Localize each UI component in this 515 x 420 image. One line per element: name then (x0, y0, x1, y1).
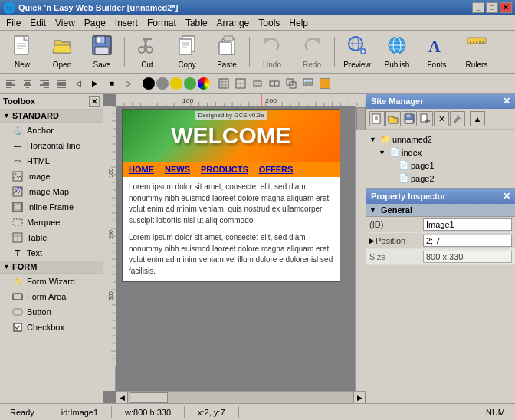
undo-button[interactable]: Undo (253, 33, 291, 71)
sm-delete-button[interactable]: ✕ (434, 111, 449, 126)
prop-position-value[interactable]: 2; 7 (423, 235, 512, 247)
menu-insert[interactable]: Insert (110, 16, 143, 30)
scroll-thumb-v[interactable] (356, 107, 366, 130)
sm-save-button[interactable] (402, 111, 417, 126)
site-manager-close[interactable]: ✕ (503, 96, 510, 107)
menu-help[interactable]: Help (284, 16, 313, 30)
toolbox-item-marquee[interactable]: Marquee (0, 215, 103, 230)
align-center-button[interactable] (20, 76, 35, 91)
menu-file[interactable]: File (2, 16, 25, 30)
close-button[interactable]: ✕ (500, 2, 512, 13)
tree-index-label: index (402, 148, 422, 157)
toolbox-section-form[interactable]: ▼ FORM (0, 261, 103, 274)
toolbox-item-inline-frame[interactable]: Inline Frame (0, 199, 103, 215)
paste-button[interactable]: Paste (208, 33, 246, 71)
new-button[interactable]: New (3, 33, 41, 71)
menu-view[interactable]: View (51, 16, 80, 30)
tree-index[interactable]: ▼ 📄 index (379, 146, 512, 159)
canvas-wrapper: 100 200 (103, 106, 366, 391)
menu-arrange[interactable]: Arrange (212, 16, 254, 30)
scroll-right-button[interactable]: ▶ (353, 392, 366, 403)
toolbox-item-checkbox[interactable]: Checkbox (0, 320, 103, 335)
nav-products[interactable]: PRODUCTS (201, 165, 248, 174)
stop-button[interactable]: ■ (104, 76, 120, 91)
index-expand: ▼ (379, 149, 388, 156)
toolbox-item-text[interactable]: T Text (0, 245, 103, 261)
menu-page[interactable]: Page (80, 16, 110, 30)
redo-button[interactable]: Redo (293, 33, 331, 71)
move-right-button[interactable]: ▷ (121, 76, 136, 91)
general-section-label: General (381, 205, 412, 215)
menu-edit[interactable]: Edit (25, 16, 51, 30)
layers-button[interactable] (300, 76, 316, 91)
sm-rename-button[interactable] (450, 111, 465, 126)
fonts-button[interactable]: A Fonts (418, 33, 456, 71)
preview-button[interactable]: Preview (338, 33, 376, 71)
publish-button[interactable]: Publish (378, 33, 416, 71)
copy-button[interactable]: Copy (168, 33, 206, 71)
toolbox-item-table[interactable]: Table (0, 230, 103, 245)
svg-text:A: A (428, 37, 441, 56)
status-bar: Ready id:Image1 w:800 h:330 x:2, y:7 NUM (0, 403, 515, 420)
grid-button[interactable] (216, 76, 231, 91)
prop-id-label: (ID) (369, 220, 423, 229)
menu-tools[interactable]: Tools (254, 16, 284, 30)
sm-up-button[interactable]: ▲ (470, 111, 485, 126)
prop-inspector-close[interactable]: ✕ (503, 191, 510, 202)
toolbox-item-image-map[interactable]: Image Map (0, 184, 103, 199)
toolbox-item-button[interactable]: Button (0, 304, 103, 320)
toolbox-item-horizontal-line[interactable]: — Horizontal line (0, 138, 103, 153)
web-preview[interactable]: Designed by GCE v0.3e WELCOME HOME NEWS … (122, 109, 340, 282)
open-button[interactable]: Open (43, 33, 81, 71)
status-id: id:Image1 (56, 406, 103, 418)
scroll-thumb-h[interactable] (130, 392, 168, 403)
zoom-button[interactable] (250, 76, 265, 91)
toolbox-item-anchor[interactable]: ⚓ Anchor (0, 123, 103, 138)
sm-new-page-button[interactable] (418, 111, 433, 126)
toolbox-item-html[interactable]: <> HTML (0, 153, 103, 169)
scroll-left-button[interactable]: ◀ (116, 392, 128, 403)
nav-news[interactable]: NEWS (165, 165, 190, 174)
toolbox-section-standard[interactable]: ▼ STANDARD (0, 110, 103, 123)
prop-size-value[interactable]: 800 x 330 (423, 251, 512, 263)
toolbox-item-image[interactable]: Image (0, 169, 103, 184)
cut-button[interactable]: Cut (128, 33, 166, 71)
align-justify-button[interactable] (54, 76, 69, 91)
nav-home[interactable]: HOME (129, 165, 154, 174)
toolbox-item-form-wizard[interactable]: ✨ Form Wizard (0, 274, 103, 289)
save-button[interactable]: Save (83, 33, 121, 71)
toolbox-item-form-area[interactable]: Form Area (0, 289, 103, 304)
tree-page1[interactable]: 📄 page1 (388, 159, 512, 172)
sm-new-button[interactable] (369, 111, 385, 126)
tree-root[interactable]: ▼ 📁 unnamed2 (369, 133, 512, 146)
html-label: HTML (27, 156, 50, 166)
site-manager-toolbar: ✕ ▲ (366, 109, 515, 130)
menu-table[interactable]: Table (181, 16, 212, 30)
sm-open-button[interactable] (385, 111, 401, 126)
form-area-icon (12, 291, 23, 302)
preview-label: Preview (343, 61, 371, 69)
move-left-button[interactable]: ◁ (71, 76, 86, 91)
toolbar-sep-1 (124, 37, 125, 67)
marquee-label: Marquee (27, 218, 60, 227)
prop-inspector-header: Property Inspector ✕ (366, 189, 515, 204)
canvas[interactable]: Designed by GCE v0.3e WELCOME HOME NEWS … (116, 106, 366, 391)
move-button[interactable] (267, 76, 282, 91)
menu-format[interactable]: Format (143, 16, 181, 30)
prop-id-value[interactable]: Image1 (423, 218, 512, 231)
nav-offers[interactable]: OFFERS (259, 165, 294, 174)
canvas-scrollbar-v[interactable] (355, 106, 366, 391)
tree-page2[interactable]: 📄 page2 (388, 172, 512, 185)
rulers-button[interactable]: Rulers (458, 33, 496, 71)
play-button[interactable]: ▶ (87, 76, 103, 91)
align-left-button[interactable] (3, 76, 18, 91)
snap-button[interactable] (233, 76, 248, 91)
align-right-button[interactable] (37, 76, 52, 91)
maximize-button[interactable]: □ (486, 2, 498, 13)
prop-section-general[interactable]: ▼ General (366, 204, 515, 217)
scroll-track-h[interactable] (128, 392, 353, 403)
color-dropper-button[interactable] (317, 76, 333, 91)
resize-button[interactable] (284, 76, 299, 91)
minimize-button[interactable]: _ (472, 2, 484, 13)
toolbox-close-button[interactable]: ✕ (89, 96, 100, 107)
